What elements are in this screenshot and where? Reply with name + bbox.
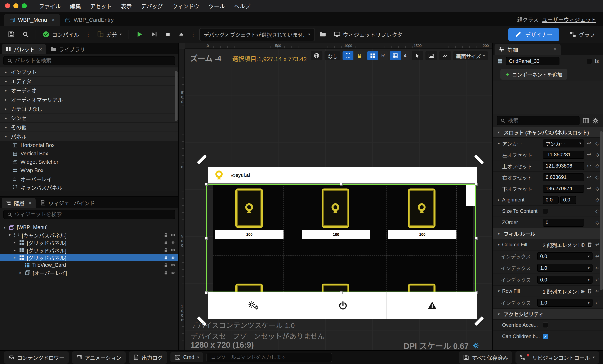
play-button[interactable] [133,28,146,40]
column-index-2-input[interactable]: 0.0▾ [537,276,592,283]
console-command-box[interactable] [207,352,332,362]
palette-category-audio-material[interactable]: ▸オーディオマテリアル [0,95,178,104]
section-slot[interactable]: ▾ スロット (キャンバスパネルスロット) [493,127,603,138]
eject-button[interactable] [175,29,187,39]
details-scrollbar[interactable] [600,131,603,290]
diff-button[interactable]: 差分 ▾ [94,28,125,40]
visibility-eye-icon[interactable] [170,240,175,245]
lock-icon[interactable] [163,233,168,237]
lock-icon[interactable] [163,263,168,268]
expander-icon[interactable]: ▾ [497,243,501,247]
settings-gear-icon[interactable] [592,117,599,124]
bind-diamond-icon[interactable]: ◇ [594,140,601,146]
output-log-button[interactable]: 出力ログ [129,351,167,363]
expander-icon[interactable]: ▸ [12,248,17,252]
stop-button[interactable] [162,29,174,39]
window-minimize-button[interactable] [13,3,18,8]
tab-widget-bind[interactable]: ウィジェ...バインド [36,198,98,208]
visibility-eye-icon[interactable] [170,270,175,275]
palette-item-overlay[interactable]: オーバーレイ [0,175,178,183]
palette-item-vertical-box[interactable]: Vertical Box [0,150,178,158]
graph-mode-button[interactable]: グラフ [567,28,598,40]
trash-icon[interactable] [587,242,592,247]
palette-category-synth[interactable]: ▸シンセ [0,114,178,123]
designer-mode-button[interactable]: デザイナー [508,28,559,41]
hierarchy-search-input[interactable] [15,211,171,217]
revert-icon[interactable]: ↩ [585,163,592,169]
card-tile-2[interactable] [322,188,349,228]
tree-row-grid-panel-selected[interactable]: ▾ [グリッドパネル] [0,254,178,261]
revert-icon[interactable]: ↩ [585,140,592,146]
add-element-icon[interactable]: ⊕ [580,241,585,248]
resize-handle[interactable] [205,183,208,186]
select-tool-button[interactable] [412,51,423,60]
revert-icon[interactable]: ↩ [585,174,592,180]
resize-handle[interactable] [475,183,478,186]
menu-tools[interactable]: ツール [204,2,230,10]
tree-row-tileview-card[interactable]: TileView_Card [0,261,178,269]
offset-bottom-input[interactable]: 186.270874 [543,185,584,192]
anchor-dropdown[interactable]: アンカー▾ [543,139,584,147]
palette-category-panel[interactable]: ▾パネル [0,132,178,141]
tab-hierarchy[interactable]: 階層 × [2,198,35,208]
compile-button[interactable]: コンパイル [40,28,82,40]
tree-row-grid-panel-1[interactable]: ▸ [グリッドパネル] [0,239,178,246]
revert-icon[interactable]: ↩ [594,300,601,305]
play-options-icon[interactable]: ⋮ [189,31,197,37]
tab-wbp-menu[interactable]: WBP_Menu × [4,14,60,26]
designer-viewport[interactable]: 0 500 1000 1500 200 500 0 500 1000 ズーム -… [179,43,492,350]
debug-object-dropdown[interactable]: デバッグオブジェクトが選択されていません ▾ [199,28,315,41]
screen-size-dropdown[interactable]: 画面サイズ ▾ [453,51,488,60]
resize-handle[interactable] [475,237,478,240]
lock-icon[interactable] [163,247,168,253]
visibility-eye-icon[interactable] [170,255,175,260]
menu-asset[interactable]: アセット [85,2,116,10]
palette-search-input[interactable] [15,58,171,64]
palette-category-uncategorized[interactable]: ▸カテゴリなし [0,104,178,114]
bind-diamond-icon[interactable]: ◇ [594,152,601,157]
zorder-input[interactable]: 0 [543,218,584,226]
menu-debug[interactable]: デバッグ [137,2,167,10]
resize-handle[interactable] [475,291,478,294]
corner-resize-handle[interactable] [197,154,207,164]
palette-item-widget-switcher[interactable]: Widget Switcher [0,158,178,166]
palette-category-editor[interactable]: ▸エディタ [0,77,178,86]
palette-category-other[interactable]: ▸その他 [0,123,178,132]
card-tile-1[interactable] [235,188,263,228]
is-variable-checkbox[interactable] [586,59,592,64]
offset-left-input[interactable]: -11.850281 [543,151,584,159]
expander-icon[interactable]: ▾ [12,256,17,260]
tree-row-canvas-panel[interactable]: ▾ [キャンバスパネル] [0,231,178,239]
card-grid-area[interactable]: 100 100 100 [213,184,473,292]
menu-edit[interactable]: 編集 [65,2,85,10]
window-zoom-button[interactable] [22,3,27,8]
tab-close-icon[interactable]: × [553,47,557,52]
tab-close-icon[interactable]: × [39,46,42,52]
palette-item-canvas-panel[interactable]: キャンバスパネル [0,183,178,191]
palette-category-input[interactable]: ▸インプット [0,67,178,77]
expander-icon[interactable]: ▸ [12,240,17,245]
hierarchy-search-box[interactable] [3,210,175,219]
can-children-accessible-checkbox[interactable] [543,334,548,339]
expander-icon[interactable]: ▸ [497,198,501,202]
revert-icon[interactable]: ↩ [594,265,601,271]
revert-icon[interactable]: ↩ [594,242,601,247]
lock-icon[interactable] [163,270,168,275]
save-button[interactable] [5,29,18,40]
add-component-button[interactable]: + コンポーネントを追加 [500,69,568,79]
mirror-preview-button[interactable] [439,51,451,60]
alignment-x-input[interactable]: 0.0 [543,196,559,204]
cmd-dropdown[interactable]: Cmd ▾ [170,352,203,362]
resize-handle[interactable] [340,291,343,294]
tree-row-grid-panel-2[interactable]: ▸ [グリッドパネル] [0,246,178,254]
window-close-button[interactable] [5,3,10,8]
palette-item-horizontal-box[interactable]: Horizontal Box [0,141,178,150]
column-index-0-input[interactable]: 0.0▾ [537,252,592,260]
expander-icon[interactable]: ▸ [18,270,23,275]
menu-file[interactable]: ファイル [34,2,65,10]
expander-icon[interactable]: ▾ [497,289,501,293]
lock-icon[interactable] [163,255,168,260]
bind-diamond-icon[interactable]: ◇ [594,208,601,214]
animation-button[interactable]: アニメーション [72,351,125,363]
palette-scrollbar[interactable] [175,71,178,121]
